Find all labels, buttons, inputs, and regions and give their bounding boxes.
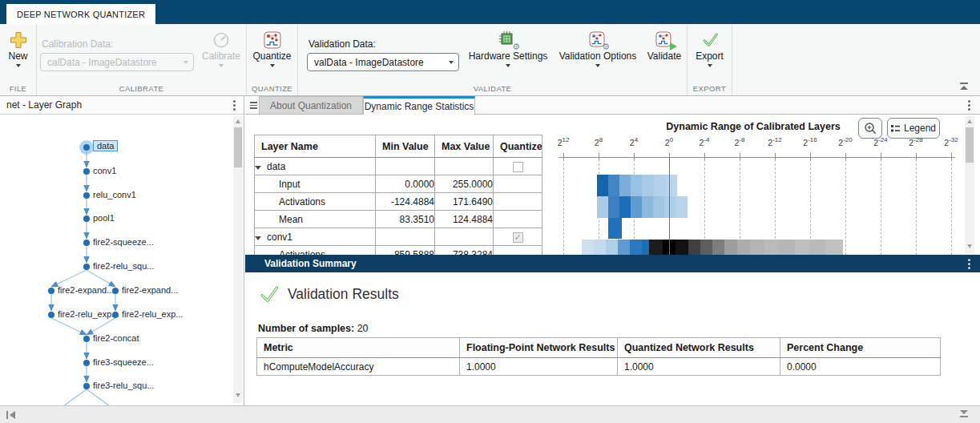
tab-dynamic-range-statistics[interactable]: Dynamic Range Statistics [363, 96, 475, 115]
new-button[interactable]: New [0, 24, 36, 67]
table-cell: 0.0000 [780, 358, 941, 376]
table-cell: 124.4884 [435, 211, 494, 228]
heatmap-cell [688, 240, 700, 255]
layer-group-row[interactable]: data [255, 158, 542, 175]
status-bar [0, 405, 980, 423]
heatmap-cell [700, 240, 712, 255]
layer-detail-row[interactable]: Activations-124.4884171.6490 [255, 193, 542, 211]
layer-detail-row[interactable]: Input0.0000255.0000 [255, 175, 542, 193]
node-label: fire2-concat [93, 333, 139, 343]
gridline [563, 159, 564, 255]
document-area: About Quantization Dynamic Range Statist… [245, 96, 980, 405]
validation-options-button[interactable]: ⚙ Validation Options [553, 24, 643, 67]
expand-collapse-icon[interactable] [255, 166, 261, 170]
tab-about-quantization[interactable]: About Quantization [259, 96, 363, 114]
heatmap-cell [606, 240, 618, 255]
dynamic-range-heatmap[interactable]: Dynamic Range of Calibrated Layers Legen… [553, 115, 967, 255]
heatmap-cell [630, 240, 642, 255]
calibrate-button-label: Calibrate [202, 51, 240, 62]
success-check-icon [258, 284, 280, 305]
hardware-settings-button[interactable]: ⚙ Hardware Settings [466, 24, 550, 67]
scrollbar-thumb[interactable] [234, 127, 242, 167]
layer-detail-row[interactable]: Activations-859.5888738.3284 [255, 246, 542, 256]
table-cell: 1.0000 [460, 358, 618, 376]
metric-row[interactable]: hComputeModelAccuracy1.00001.00000.0000 [257, 358, 941, 376]
heatmap-cell [582, 240, 594, 255]
column-header[interactable]: Layer Name [255, 135, 376, 158]
validation-options-arrow-icon [595, 64, 600, 67]
collapse-bottom-panel-icon[interactable] [959, 410, 969, 419]
column-header[interactable]: Floating-Point Network Results [460, 338, 618, 358]
app-title-bar: DEEP NETWORK QUANTIZER [0, 0, 980, 24]
quantize-checkbox[interactable] [513, 162, 523, 172]
gridline [845, 159, 846, 255]
axis-tick [881, 153, 881, 159]
quantize-dropdown-arrow-icon [270, 64, 275, 67]
combo-arrow-icon [183, 61, 188, 64]
collapse-toolstrip-icon[interactable] [959, 83, 969, 91]
column-header[interactable]: Quantized Network Results [618, 338, 780, 358]
app-tab[interactable]: DEEP NETWORK QUANTIZER [6, 4, 155, 24]
layer-graph-canvas[interactable]: dataconv1relu_conv1pool1fire2-squeeze...… [0, 115, 244, 405]
validation-options-label: Validation Options [559, 51, 637, 62]
column-header[interactable]: Max Value [435, 135, 494, 158]
column-header[interactable]: Percent Change [780, 338, 941, 358]
quantize-button[interactable]: Quantize [247, 24, 297, 67]
section-export-label: EXPORT [688, 84, 732, 93]
column-header[interactable]: Quantize [494, 135, 542, 158]
axis-tick-label: 2-20 [838, 136, 852, 147]
node-dot-icon [83, 216, 90, 222]
tab-overflow-menu-icon[interactable] [250, 102, 257, 111]
app-tab-label: DEEP NETWORK QUANTIZER [17, 10, 145, 19]
validation-summary-menu-icon[interactable] [968, 259, 970, 269]
column-header[interactable]: Min Value [376, 135, 435, 158]
heatmap-cell [737, 240, 750, 255]
layer-detail-row[interactable]: Mean83.3510124.4884 [255, 211, 542, 228]
scroll-up-icon[interactable] [967, 119, 972, 123]
axis-tick [845, 153, 846, 159]
expand-collapse-icon[interactable] [255, 236, 261, 240]
node-dot-icon [83, 240, 90, 246]
validation-data-combo[interactable]: valData - ImageDatastore [307, 53, 459, 71]
axis-tick-label: 2-28 [909, 136, 922, 147]
heatmap-cell [649, 240, 663, 255]
table-cell: -859.5888 [376, 246, 435, 256]
node-label: fire3-squeeze... [93, 357, 154, 367]
table-cell: 171.6490 [435, 193, 494, 211]
scroll-down-icon[interactable] [236, 393, 240, 397]
scroll-down-icon[interactable] [967, 244, 972, 248]
heatmap-cell [608, 175, 619, 196]
quantize-network-icon [264, 31, 281, 49]
heatmap-cell [642, 196, 653, 218]
validation-data-label: Validation Data: [309, 38, 467, 50]
heatmap-vertical-scrollbar[interactable] [965, 116, 974, 253]
section-calibrate-label: CALIBRATE [37, 84, 246, 93]
axis-tick-label: 2-24 [873, 136, 887, 147]
section-calibrate: Calibration Data: calData - ImageDatasto… [37, 24, 247, 95]
scrollbar-thumb[interactable] [966, 127, 974, 163]
heatmap-cell [779, 240, 795, 255]
gear-icon: ⚙ [602, 42, 610, 51]
table-cell: Activations [255, 246, 376, 256]
validate-button[interactable]: Validate [641, 24, 688, 62]
collapse-left-panel-icon[interactable] [6, 411, 16, 419]
axis-tick-label: 2-32 [944, 136, 958, 147]
heatmap-cell [631, 196, 642, 218]
layer-group-row[interactable]: conv1✓ [255, 228, 542, 246]
table-cell [376, 158, 435, 175]
column-header[interactable]: Metric [257, 338, 460, 358]
quantize-checkbox[interactable]: ✓ [513, 232, 523, 243]
graph-vertical-scrollbar[interactable] [233, 116, 243, 403]
scroll-up-icon[interactable] [236, 119, 240, 123]
node-label: fire2-relu_exp... [58, 309, 119, 319]
node-label: relu_conv1 [93, 190, 136, 199]
axis-tick-label: 24 [630, 136, 638, 147]
layer-graph-menu-icon[interactable] [233, 100, 236, 111]
export-button[interactable]: Export [688, 24, 732, 67]
document-menu-icon[interactable] [968, 100, 970, 111]
calibration-data-combo[interactable]: calData - ImageDatastore [40, 53, 194, 71]
table-cell [376, 228, 435, 246]
heatmap-cell [764, 240, 779, 255]
calibrate-button[interactable]: Calibrate [197, 24, 245, 67]
new-plus-icon [10, 31, 27, 49]
